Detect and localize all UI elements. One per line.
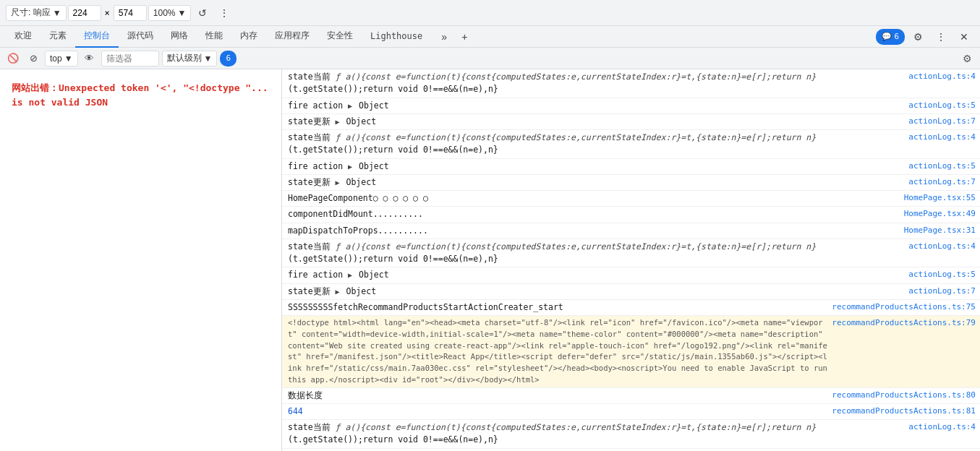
log-source[interactable]: HomePage.tsx:49 <box>831 208 976 220</box>
expand-icon[interactable]: ▶ <box>348 163 352 171</box>
log-content: fire action ▶ Object <box>288 100 831 112</box>
main-container: 网站出错：Unexpected token '<', "<!doctype ".… <box>0 69 980 451</box>
log-content: 644 <box>288 405 831 418</box>
log-row: state当前 ƒ a(){const e=function(t){const{… <box>282 239 980 268</box>
log-source[interactable]: actionLog.ts:7 <box>831 116 976 128</box>
responsive-controls: 尺寸: 响应 ▼ × 100% ▼ ↺ ⋮ <box>6 3 234 23</box>
tab-console[interactable]: 控制台 <box>75 26 119 48</box>
expand-icon[interactable]: ▶ <box>348 271 352 279</box>
expand-icon[interactable]: ▶ <box>336 179 340 186</box>
log-level-dropdown[interactable]: 默认级别 ▼ <box>162 51 218 66</box>
log-content: state更新 ▶ Object <box>288 176 831 189</box>
rotate-btn[interactable]: ↺ <box>192 3 213 23</box>
tab-elements[interactable]: 元素 <box>41 26 75 48</box>
log-row: state当前 ƒ a(){const e=function(t){const{… <box>282 69 980 98</box>
log-count-badge: 6 <box>220 51 237 66</box>
log-row: 数据长度 recommandProductsActions.ts:80 <box>282 388 980 404</box>
zoom-arrow-icon: ▼ <box>178 8 187 18</box>
log-row: state当前 ƒ a(){const e=function(t){const{… <box>282 420 980 449</box>
dimension-separator: × <box>103 8 112 18</box>
tab-welcome[interactable]: 欢迎 <box>6 26 41 48</box>
log-source[interactable]: actionLog.ts:4 <box>831 132 976 144</box>
top-context-dropdown[interactable]: top ▼ <box>45 51 78 66</box>
log-text: state当前 ƒ a(){const e=function(t){const{… <box>288 422 816 432</box>
zoom-dropdown[interactable]: 100% ▼ <box>148 5 192 21</box>
log-row: HomePageComponent○ ○ ○ ○ ○ ○ HomePage.ts… <box>282 191 980 207</box>
close-btn[interactable]: ✕ <box>954 27 974 47</box>
log-source[interactable]: HomePage.tsx:55 <box>831 192 976 205</box>
log-content: fire action ▶ Object <box>288 160 831 173</box>
console-filter-input[interactable] <box>101 51 159 66</box>
log-source[interactable]: actionLog.ts:5 <box>831 269 976 281</box>
log-row: state当前 ƒ a(){const e=function(t){const{… <box>282 130 980 159</box>
log-row: state更新 ▶ Object actionLog.ts:7 <box>282 114 980 130</box>
more-tabs-btn[interactable]: » <box>434 27 454 47</box>
object-link[interactable]: Object <box>359 100 389 111</box>
log-source[interactable]: actionLog.ts:4 <box>831 421 976 434</box>
zoom-label: 100% <box>153 8 176 18</box>
expand-icon[interactable]: ▶ <box>336 118 340 126</box>
dropdown-arrow-icon: ▼ <box>53 8 61 18</box>
log-content: state当前 ƒ a(){const e=function(t){const{… <box>288 241 831 266</box>
tab-performance[interactable]: 性能 <box>197 26 231 48</box>
number-value: 644 <box>288 406 303 416</box>
filter-toggle-btn[interactable]: ⊘ <box>25 50 42 67</box>
error-message: 网站出错：Unexpected token '<', "<!doctype ".… <box>12 81 270 109</box>
new-tab-btn[interactable]: + <box>454 27 474 47</box>
log-source[interactable]: recommandProductsActions.ts:79 <box>831 317 976 330</box>
clear-console-btn[interactable]: 🚫 <box>4 50 22 67</box>
settings-btn[interactable]: ⚙ <box>908 27 928 47</box>
console-toolbar: 🚫 ⊘ top ▼ 👁 默认级别 ▼ 6 ⚙ <box>0 48 980 69</box>
log-source[interactable]: actionLog.ts:4 <box>831 71 976 83</box>
object-link[interactable]: Object <box>346 177 377 187</box>
log-content: componentDidMount.......... <box>288 208 831 220</box>
message-count: 6 <box>894 32 899 41</box>
level-arrow-icon: ▼ <box>204 53 213 64</box>
log-row: mapDispatchToProps.......... HomePage.ts… <box>282 223 980 239</box>
log-row-html: <!doctype html><html lang="en"><head><me… <box>282 316 980 388</box>
log-source[interactable]: actionLog.ts:7 <box>831 285 976 298</box>
tab-security[interactable]: 安全性 <box>318 26 362 48</box>
width-input[interactable] <box>68 5 101 21</box>
log-content: state当前 ƒ a(){const e=function(t){const{… <box>288 421 831 447</box>
eye-btn[interactable]: 👁 <box>81 50 98 67</box>
log-source[interactable]: recommandProductsActions.ts:80 <box>831 390 976 402</box>
log-text-cont: (t.getState());return void 0!==e&&(n=e),… <box>288 145 498 155</box>
customize-btn[interactable]: ⋮ <box>931 27 951 47</box>
log-source[interactable]: actionLog.ts:5 <box>831 100 976 112</box>
log-row: fire action ▶ Object actionLog.ts:5 <box>282 449 980 452</box>
log-source[interactable]: HomePage.tsx:31 <box>831 225 976 237</box>
height-input[interactable] <box>114 5 147 21</box>
object-link[interactable]: Object <box>346 116 377 126</box>
object-link[interactable]: Object <box>359 270 389 280</box>
expand-icon[interactable]: ▶ <box>336 288 340 296</box>
tab-sources[interactable]: 源代码 <box>119 26 162 48</box>
log-source[interactable]: actionLog.ts:4 <box>831 241 976 253</box>
tab-memory[interactable]: 内存 <box>231 26 266 48</box>
console-panel[interactable]: state当前 ƒ a(){const e=function(t){const{… <box>282 69 980 451</box>
expand-icon[interactable]: ▶ <box>348 102 352 110</box>
log-row: 644 recommandProductsActions.ts:81 <box>282 404 980 420</box>
object-link[interactable]: Object <box>346 286 377 296</box>
log-text: state当前 ƒ a(){const e=function(t){const{… <box>288 241 816 252</box>
log-row: SSSSSSSSSfetchRecommandProductsStartActi… <box>282 300 980 316</box>
more-options-btn[interactable]: ⋮ <box>214 3 234 23</box>
log-source[interactable]: recommandProductsActions.ts:81 <box>831 405 976 418</box>
log-source[interactable]: actionLog.ts:5 <box>831 160 976 173</box>
log-row: componentDidMount.......... HomePage.tsx… <box>282 207 980 223</box>
tab-network[interactable]: 网络 <box>162 26 197 48</box>
message-count-badge: 💬 6 <box>876 29 905 45</box>
log-source[interactable]: actionLog.ts:7 <box>831 176 976 189</box>
object-link[interactable]: Object <box>359 161 389 171</box>
log-content: 数据长度 <box>288 390 831 402</box>
tab-lighthouse[interactable]: Lighthouse <box>362 26 431 48</box>
log-source[interactable]: recommandProductsActions.ts:75 <box>831 301 976 314</box>
tab-application[interactable]: 应用程序 <box>266 26 318 48</box>
log-text-cont: (t.getState());return void 0!==e&&(n=e),… <box>288 84 498 94</box>
size-dropdown[interactable]: 尺寸: 响应 ▼ <box>6 5 67 21</box>
console-settings-btn[interactable]: ⚙ <box>958 50 976 67</box>
log-row: state更新 ▶ Object actionLog.ts:7 <box>282 175 980 191</box>
size-label: 尺寸: 响应 <box>11 7 51 19</box>
log-text-cont: (t.getState());return void 0!==e&&(n=e),… <box>288 434 498 444</box>
log-level-label: 默认级别 <box>167 52 202 64</box>
